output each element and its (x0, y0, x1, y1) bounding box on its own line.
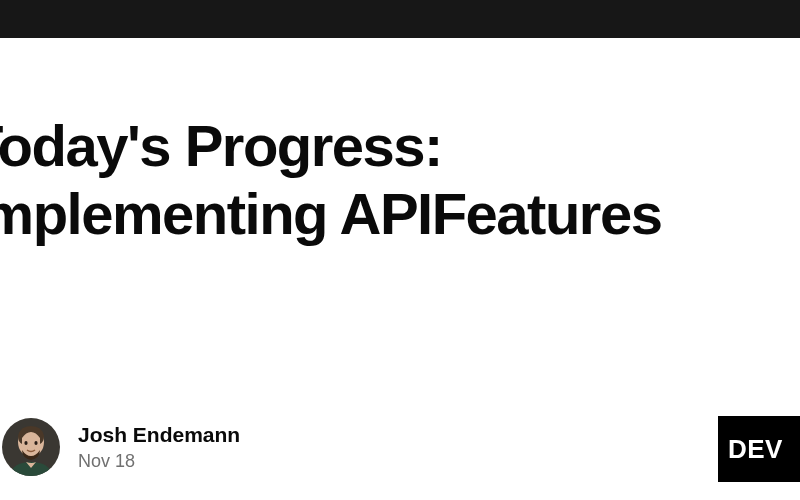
dev-badge[interactable]: DEV (718, 416, 800, 482)
article-card: Today's Progress: Implementing APIFeatur… (0, 38, 800, 500)
title-line-2: Implementing APIFeatures (0, 181, 661, 246)
publish-date: Nov 18 (78, 450, 240, 473)
byline-text: Josh Endemann Nov 18 (78, 422, 240, 473)
article-title: Today's Progress: Implementing APIFeatur… (0, 112, 661, 249)
svg-point-3 (34, 441, 37, 445)
top-bar (0, 0, 800, 38)
author-avatar[interactable] (2, 418, 60, 476)
svg-point-2 (24, 441, 27, 445)
author-name[interactable]: Josh Endemann (78, 422, 240, 448)
title-line-1: Today's Progress: (0, 113, 442, 178)
byline: Josh Endemann Nov 18 (2, 418, 240, 476)
dev-badge-label: DEV (728, 434, 783, 465)
